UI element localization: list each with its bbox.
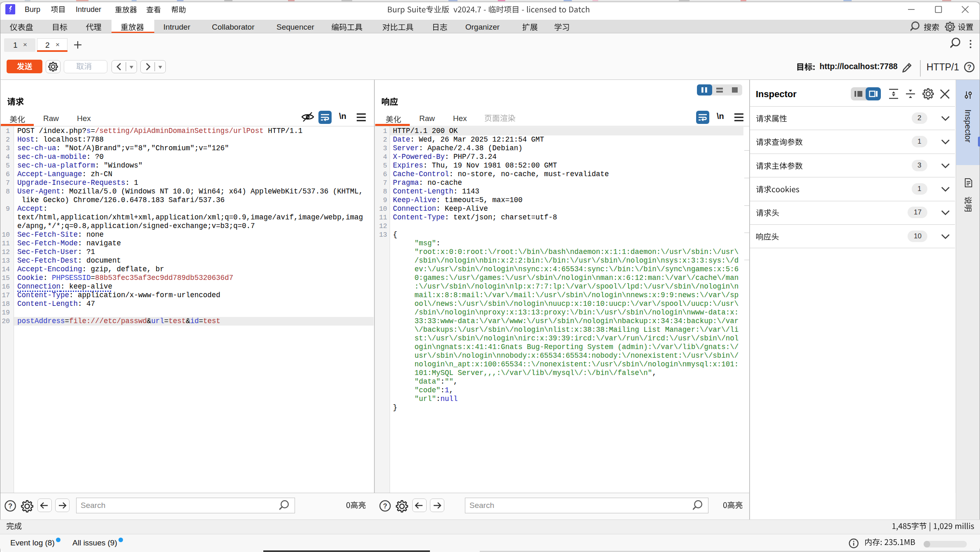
svg-text:?: ? [967,63,971,71]
svg-text:?: ? [8,502,12,510]
svg-text:?: ? [383,502,387,510]
